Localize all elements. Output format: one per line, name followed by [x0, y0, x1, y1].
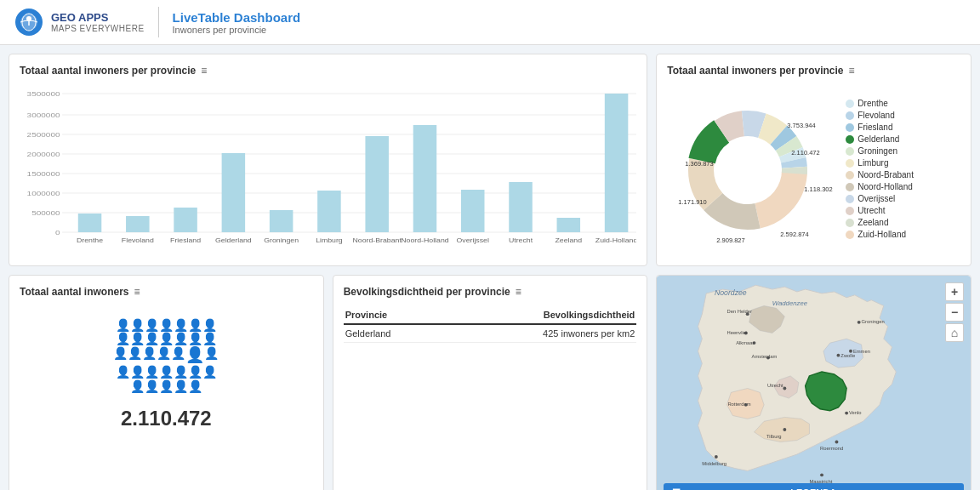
svg-point-58 — [783, 387, 787, 390]
dashboard-title: LiveTable Dashboard — [173, 10, 301, 25]
svg-point-70 — [820, 473, 823, 476]
svg-text:3000000: 3000000 — [27, 111, 60, 119]
geoapp-logo-icon — [14, 7, 44, 37]
donut-label-utrecht: 1.369.873 — [686, 160, 714, 168]
header: GEO APPS MAPS EVERYWHERE LiveTable Dashb… — [0, 0, 980, 45]
person-icon: 👤 — [145, 318, 159, 333]
donut-label-noordholland: 3.753.944 — [788, 122, 816, 129]
header-title-block: LiveTable Dashboard Inwoners per provinc… — [173, 10, 301, 35]
svg-text:Venlo: Venlo — [849, 411, 862, 416]
map-controls: + − ⌂ — [945, 282, 964, 342]
dashboard-grid: Totaal aantal inwoners per provincie ≡ 3… — [0, 45, 980, 490]
bar-groningen — [270, 210, 293, 232]
person-icon: 👤 — [159, 365, 174, 379]
donut-chart-title: Totaal aantal inwoners per provincie ≡ — [667, 65, 960, 77]
bar-chart-title: Totaal aantal inwoners per provincie ≡ — [20, 65, 636, 77]
person-icon: 👤 — [174, 379, 188, 394]
svg-text:Utrecht: Utrecht — [509, 237, 533, 244]
person-icon: 👤 — [188, 332, 202, 346]
bar-filter-icon[interactable]: ≡ — [201, 65, 207, 77]
person-icon: 👤 — [157, 346, 171, 365]
col-header-density: Bevolkingsdichtheid — [443, 306, 636, 324]
bar-chart-area: 3500000 3000000 2500000 2000000 1500000 … — [20, 85, 636, 255]
svg-point-62 — [783, 428, 787, 431]
logo-area: GEO APPS MAPS EVERYWHERE — [14, 7, 145, 37]
svg-text:Zeeland: Zeeland — [556, 237, 583, 244]
person-icon: 👤 — [116, 318, 130, 333]
people-grid: 👤 👤 👤 👤 👤 👤 👤 👤 👤 👤 👤 👤 👤 👤 👤 👤 👤 👤 👤 — [111, 318, 221, 394]
svg-point-56 — [837, 354, 840, 357]
header-divider — [158, 7, 159, 37]
person-icon: 👤 — [174, 318, 188, 333]
svg-text:Flevoland: Flevoland — [122, 237, 154, 244]
person-icon: 👤 — [116, 332, 130, 346]
svg-text:Roermond: Roermond — [820, 446, 843, 451]
legend-menu-icon: ☰ — [672, 487, 681, 490]
total-inhabitants-title: Totaal aantal inwoners ≡ — [20, 286, 313, 298]
svg-point-66 — [846, 412, 849, 415]
svg-text:Overijssel: Overijssel — [457, 237, 490, 244]
svg-text:Groningen: Groningen — [264, 237, 299, 244]
logo-tagline: MAPS EVERYWHERE — [51, 24, 145, 33]
bar-flevoland — [126, 216, 150, 232]
person-icon: 👤 — [130, 365, 145, 379]
svg-text:2000000: 2000000 — [27, 151, 60, 158]
density-filter-icon[interactable]: ≡ — [516, 286, 521, 298]
donut-label-zuidholland: 2.592.874 — [781, 231, 809, 238]
person-icon: 👤 — [128, 346, 142, 365]
bar-gelderland — [222, 153, 246, 232]
bar-chart-svg: 3500000 3000000 2500000 2000000 1500000 … — [20, 85, 636, 255]
bar-friesland — [174, 208, 197, 232]
person-icon: 👤 — [116, 365, 130, 379]
bar-noordholland — [413, 125, 437, 232]
map-legend-bar[interactable]: ☰ LEGENDA ▼ — [664, 483, 964, 490]
density-table-title: Bevolkingsdichtheid per provincie ≡ — [344, 286, 637, 298]
svg-text:Utrecht: Utrecht — [767, 383, 783, 388]
donut-label-noordbrabant: 2.909.827 — [717, 236, 745, 244]
people-icon-area: 👤 👤 👤 👤 👤 👤 👤 👤 👤 👤 👤 👤 👤 👤 👤 👤 👤 👤 👤 — [20, 306, 313, 442]
svg-text:Gelderland: Gelderland — [215, 237, 252, 244]
svg-text:Middelburg: Middelburg — [703, 461, 727, 466]
map-zoom-in-button[interactable]: + — [945, 282, 964, 301]
svg-text:1500000: 1500000 — [27, 170, 60, 178]
bar-zeeland — [557, 218, 581, 232]
map-zoom-out-button[interactable]: − — [945, 303, 964, 322]
svg-point-68 — [835, 441, 839, 444]
person-icon: 👤 — [188, 365, 202, 379]
person-icon: 👤 — [130, 318, 145, 333]
density-value: 425 inwoners per km2 — [443, 324, 636, 343]
svg-text:Den Helder: Den Helder — [727, 309, 752, 314]
svg-text:0: 0 — [55, 229, 60, 236]
total-filter-icon[interactable]: ≡ — [134, 286, 140, 298]
person-icon: 👤 — [130, 379, 145, 394]
bar-limburg — [317, 191, 341, 232]
svg-point-44 — [858, 321, 861, 324]
person-icon: 👤 — [188, 318, 202, 333]
logo-brand: GEO APPS — [51, 11, 145, 25]
person-icon: 👤 — [174, 365, 188, 379]
bar-noordbrabant — [365, 136, 389, 232]
bar-overijssel — [461, 190, 485, 232]
donut-legend: Drenthe Flevoland Friesland Gelderland G… — [846, 99, 914, 242]
bar-zuidholland — [605, 94, 629, 232]
person-icon: 👤 — [145, 365, 159, 379]
person-icon: 👤 — [204, 346, 219, 365]
person-icon: 👤 — [188, 379, 202, 394]
map-container: Noordzee Waddenzee Groningen Emmen Den H… — [657, 276, 971, 490]
donut-filter-icon[interactable]: ≡ — [849, 65, 855, 77]
person-icon: 👤 — [145, 332, 159, 346]
svg-text:Friesland: Friesland — [170, 237, 201, 244]
dashboard-subtitle: Inwoners per provincie — [173, 25, 301, 35]
donut-area: 3.753.944 1.369.873 1.171.910 2.909.827 … — [667, 85, 960, 255]
donut-label-gelderland: 2.110.472 — [792, 149, 820, 157]
total-inhabitants-value: 2.110.472 — [121, 407, 212, 430]
svg-text:Limburg: Limburg — [316, 237, 343, 244]
density-table-card: Bevolkingsdichtheid per provincie ≡ Prov… — [333, 275, 648, 490]
person-icon: 👤 — [159, 332, 174, 346]
donut-label-limburg: 1.118.302 — [805, 185, 833, 193]
person-icon: 👤 — [145, 379, 159, 394]
svg-text:Amsterdam: Amsterdam — [752, 354, 778, 359]
map-home-button[interactable]: ⌂ — [945, 323, 964, 342]
svg-text:2500000: 2500000 — [27, 131, 60, 139]
person-icon: 👤 — [202, 332, 217, 346]
